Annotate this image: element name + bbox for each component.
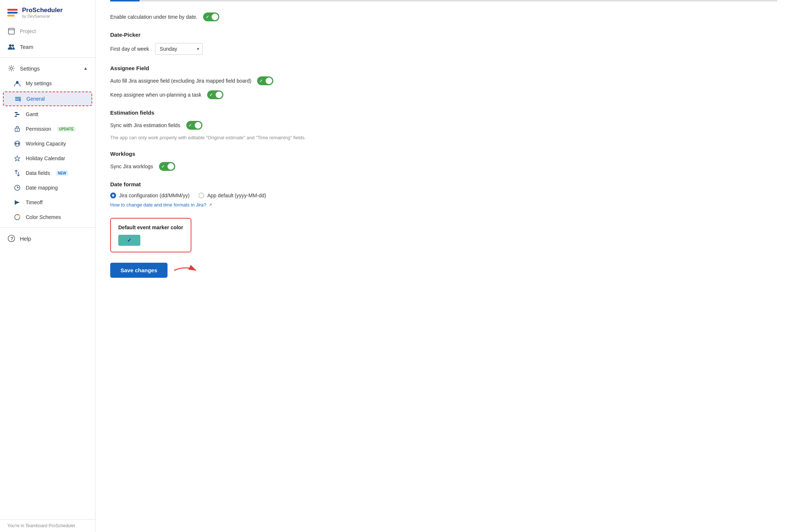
- sidebar-footer: You're in Teamboard ProScheduler: [0, 519, 95, 532]
- keep-assignee-row: Keep assignee when un-planning a task ✓: [110, 90, 777, 99]
- date-format-title: Date format: [110, 181, 777, 187]
- sidebar-item-permission[interactable]: Permission UPDATE: [0, 122, 95, 136]
- progress-bar: [110, 0, 777, 1]
- svg-point-3: [12, 44, 14, 47]
- sync-worklogs-check-icon: ✓: [161, 164, 165, 169]
- sync-estimation-label: Sync with Jira estimation fields: [110, 122, 180, 128]
- svg-point-14: [17, 130, 18, 131]
- svg-point-9: [19, 100, 21, 101]
- sidebar-item-date-mapping[interactable]: Date mapping: [0, 180, 95, 195]
- date-format-link[interactable]: How to change date and time formats in J…: [110, 202, 206, 208]
- color-swatch-check-icon: ✓: [127, 237, 132, 243]
- logo-bar-blue: [7, 12, 18, 14]
- settings-label: Settings: [20, 65, 40, 72]
- estimation-section: Estimation fields Sync with Jira estimat…: [110, 109, 777, 140]
- sidebar-item-gantt[interactable]: Gantt: [0, 107, 95, 122]
- first-day-row: First day of week Sunday Monday Tuesday …: [110, 43, 777, 55]
- sidebar-item-timeoff[interactable]: Timeoff: [0, 195, 95, 210]
- enable-calc-section: Enable calculation under time by date. ✓: [110, 12, 777, 21]
- holiday-calendar-label: Holiday Calendar: [26, 155, 65, 161]
- timeoff-label: Timeoff: [26, 200, 43, 205]
- help-icon: ?: [7, 234, 15, 242]
- team-label: Team: [20, 44, 33, 50]
- date-mapping-label: Date mapping: [26, 185, 58, 191]
- first-day-select-wrap: Sunday Monday Tuesday Wednesday Thursday…: [155, 43, 203, 55]
- date-format-label1: Jira configuration (dd/MMM/yy): [119, 193, 190, 198]
- svg-rect-22: [15, 200, 16, 205]
- date-format-link-row: How to change date and time formats in J…: [110, 202, 777, 208]
- general-label: General: [26, 96, 45, 102]
- svg-rect-10: [15, 112, 18, 113]
- date-format-option1[interactable]: Jira configuration (dd/MMM/yy): [110, 193, 190, 198]
- settings-icon: [7, 64, 15, 72]
- color-swatch[interactable]: ✓: [118, 235, 140, 246]
- working-capacity-icon: [13, 140, 21, 148]
- permission-label: Permission: [26, 126, 51, 132]
- my-settings-label: My settings: [26, 80, 52, 86]
- logo-text: ProScheduler by DevSamurai: [22, 7, 63, 18]
- settings-header[interactable]: Settings ▲: [0, 61, 95, 76]
- auto-fill-label: Auto fill Jira assignee field (excluding…: [110, 78, 251, 84]
- sync-estimation-toggle[interactable]: ✓: [186, 121, 202, 130]
- sidebar-divider: [0, 57, 95, 58]
- project-label: Project: [20, 28, 36, 34]
- color-schemes-label: Color Schemes: [26, 214, 61, 220]
- auto-fill-toggle[interactable]: ✓: [257, 76, 273, 85]
- svg-point-4: [10, 67, 12, 69]
- sync-worklogs-label: Sync Jira worklogs: [110, 163, 153, 169]
- date-format-option2[interactable]: App default (yyyy-MM-dd): [198, 193, 266, 198]
- sidebar-item-color-schemes[interactable]: Color Schemes: [0, 210, 95, 224]
- enable-calc-label: Enable calculation under time by date.: [110, 14, 197, 20]
- date-format-section: Date format Jira configuration (dd/MMM/y…: [110, 181, 777, 208]
- worklogs-section: Worklogs Sync Jira worklogs ✓: [110, 151, 777, 171]
- radio-circle-2: [198, 193, 204, 198]
- svg-rect-0: [8, 28, 14, 34]
- footer-text: You're in Teamboard ProScheduler: [7, 523, 75, 528]
- date-format-radio-row: Jira configuration (dd/MMM/yy) App defau…: [110, 193, 777, 198]
- first-day-select[interactable]: Sunday Monday Tuesday Wednesday Thursday…: [155, 43, 203, 55]
- svg-marker-23: [16, 201, 20, 204]
- date-format-label2: App default (yyyy-MM-dd): [207, 193, 266, 198]
- data-fields-icon: [13, 169, 21, 177]
- sync-worklogs-toggle[interactable]: ✓: [159, 162, 175, 171]
- default-marker-title: Default event marker color: [118, 224, 183, 230]
- sync-estimation-row: Sync with Jira estimation fields ✓: [110, 121, 777, 130]
- sidebar-item-my-settings[interactable]: My settings: [0, 76, 95, 91]
- logo-icon: [7, 9, 18, 17]
- sync-estimation-check-icon: ✓: [188, 123, 192, 128]
- estimation-hint: The app can only work properly with edit…: [110, 135, 777, 140]
- keep-assignee-toggle[interactable]: ✓: [207, 90, 223, 99]
- data-fields-label: Data fields: [26, 170, 50, 176]
- enable-calc-toggle-slider[interactable]: ✓: [203, 12, 219, 21]
- timeoff-icon: [13, 198, 21, 206]
- app-subtitle: by DevSamurai: [22, 14, 63, 18]
- settings-chevron-icon: ▲: [83, 66, 88, 71]
- sidebar-item-data-fields[interactable]: Data fields NEW: [0, 166, 95, 180]
- sync-worklogs-row: Sync Jira worklogs ✓: [110, 162, 777, 171]
- keep-assignee-check-icon: ✓: [209, 93, 213, 97]
- settings-submenu: My settings General: [0, 76, 95, 224]
- sidebar-item-working-capacity[interactable]: Working Capacity: [0, 136, 95, 151]
- enable-calc-toggle[interactable]: ✓: [203, 12, 219, 21]
- gantt-icon: [13, 110, 21, 118]
- team-icon: [7, 43, 15, 51]
- logo-bar-yellow: [7, 15, 15, 17]
- sidebar-item-holiday-calendar[interactable]: Holiday Calendar: [0, 151, 95, 166]
- sidebar-item-help[interactable]: ? Help: [0, 231, 95, 246]
- external-link-icon: ↗: [209, 202, 212, 207]
- svg-rect-12: [15, 116, 17, 117]
- sidebar-item-team[interactable]: Team: [0, 39, 95, 54]
- app-title: ProScheduler: [22, 7, 63, 14]
- sidebar-item-project[interactable]: Project: [0, 24, 95, 39]
- save-changes-button[interactable]: Save changes: [110, 263, 168, 278]
- progress-bar-fill: [110, 0, 140, 1]
- sidebar-item-general[interactable]: General: [3, 91, 92, 106]
- enable-calc-row: Enable calculation under time by date. ✓: [110, 12, 777, 21]
- main-content: Enable calculation under time by date. ✓…: [96, 0, 792, 532]
- assignee-field-title: Assignee Field: [110, 65, 777, 71]
- auto-fill-check-icon: ✓: [259, 79, 263, 83]
- keep-assignee-label: Keep assignee when un-planning a task: [110, 92, 201, 98]
- svg-point-2: [9, 44, 12, 47]
- save-button-row: Save changes: [110, 263, 777, 278]
- default-marker-section: Default event marker color ✓: [110, 218, 191, 252]
